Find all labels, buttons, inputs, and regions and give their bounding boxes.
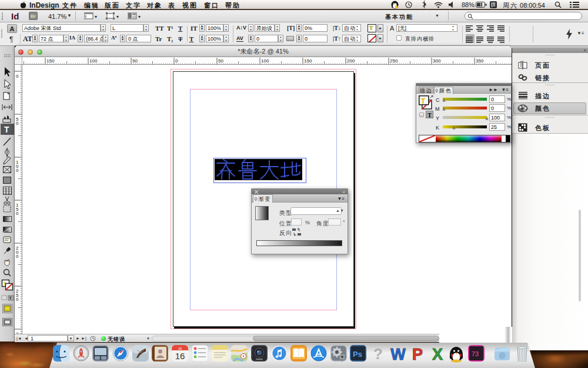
svg-text:▼: ▼ xyxy=(94,15,98,19)
svg-text:350: 350 xyxy=(476,58,484,64)
svg-text:0: 0 xyxy=(16,211,19,216)
svg-text:0: 0 xyxy=(16,74,19,79)
svg-text:150: 150 xyxy=(304,58,312,64)
svg-text:300: 300 xyxy=(433,58,441,64)
svg-text:0: 0 xyxy=(16,297,19,302)
svg-text:0: 0 xyxy=(16,121,19,126)
svg-text:250: 250 xyxy=(390,58,398,64)
svg-text:0: 0 xyxy=(175,58,178,64)
svg-text:T: T xyxy=(421,97,426,105)
svg-text:▼: ▼ xyxy=(138,15,141,19)
svg-text:100: 100 xyxy=(89,58,98,64)
svg-text:200: 200 xyxy=(347,58,355,64)
svg-text:▼: ▼ xyxy=(116,15,119,19)
svg-text:0: 0 xyxy=(16,168,19,173)
svg-text:100: 100 xyxy=(261,58,269,64)
svg-text:150: 150 xyxy=(46,58,55,64)
svg-text:T: T xyxy=(4,125,9,134)
svg-text:50: 50 xyxy=(132,58,138,64)
svg-text:0: 0 xyxy=(16,254,19,259)
svg-text:T: T xyxy=(9,296,12,300)
svg-text:50: 50 xyxy=(218,58,223,64)
